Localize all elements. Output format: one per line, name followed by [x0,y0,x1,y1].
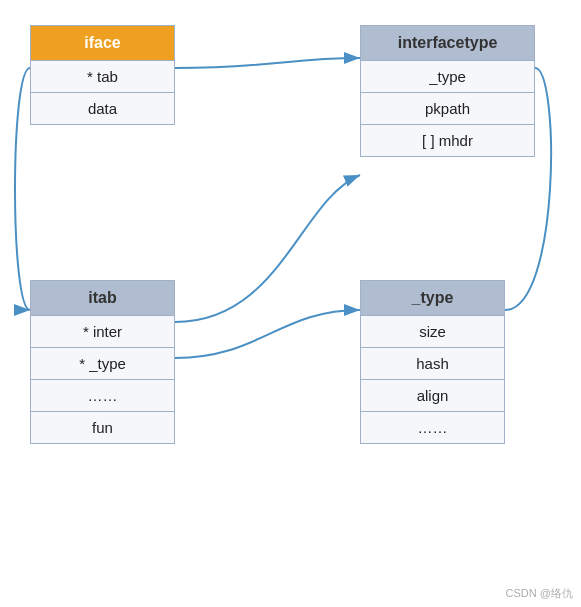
diagram-container: iface * tab data interfacetype _type pkp… [0,0,581,607]
type-header: _type [361,281,504,315]
arrow-iface-to-interfacetype [175,58,360,68]
type-row-2: align [361,379,504,411]
interfacetype-header: interfacetype [361,26,534,60]
type-box: _type size hash align …… [360,280,505,444]
itab-row-3: fun [31,411,174,443]
watermark-text: CSDN @络仇 [506,586,573,601]
iface-header: iface [31,26,174,60]
interfacetype-row-0: _type [361,60,534,92]
arrow-iface-to-itab [15,68,30,310]
itab-row-1: * _type [31,347,174,379]
itab-header: itab [31,281,174,315]
type-row-0: size [361,315,504,347]
interfacetype-row-1: pkpath [361,92,534,124]
interfacetype-box: interfacetype _type pkpath [ ] mhdr [360,25,535,157]
iface-row-0: * tab [31,60,174,92]
iface-box: iface * tab data [30,25,175,125]
itab-row-2: …… [31,379,174,411]
interfacetype-row-2: [ ] mhdr [361,124,534,156]
itab-row-0: * inter [31,315,174,347]
type-row-1: hash [361,347,504,379]
type-row-3: …… [361,411,504,443]
arrow-itab-inter-to-interfacetype [175,175,360,322]
itab-box: itab * inter * _type …… fun [30,280,175,444]
arrow-itab-type-to-type [175,310,360,358]
iface-row-1: data [31,92,174,124]
